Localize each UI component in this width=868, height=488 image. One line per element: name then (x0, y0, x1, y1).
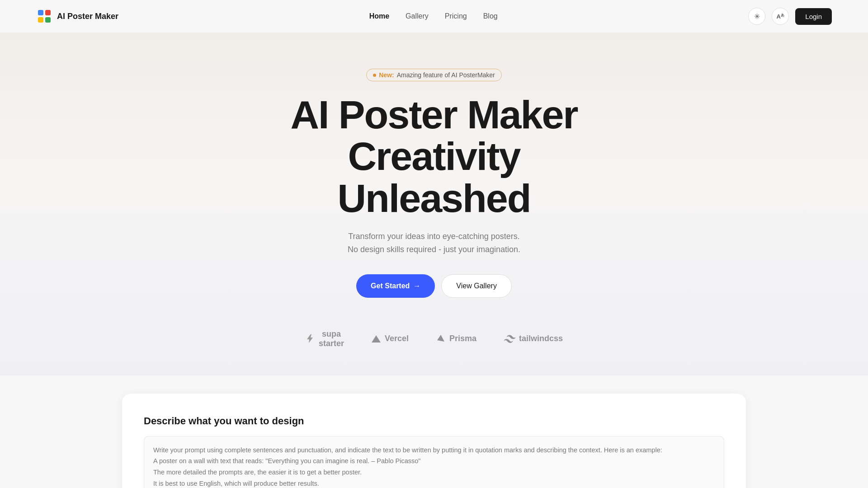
badge-dot (373, 74, 376, 77)
translate-icon: Aあ (777, 13, 784, 20)
nav-home[interactable]: Home (369, 12, 389, 20)
navbar: AI Poster Maker Home Gallery Pricing Blo… (0, 0, 868, 33)
hero-subtitle: Transform your ideas into eye-catching p… (18, 230, 850, 256)
nav-blog[interactable]: Blog (483, 12, 498, 20)
svg-rect-2 (38, 17, 43, 23)
design-section-title: Describe what you want to design (144, 415, 724, 427)
prisma-logo: Prisma (436, 334, 476, 344)
badge-text: Amazing feature of AI PosterMaker (397, 71, 495, 79)
new-feature-badge: New: Amazing feature of AI PosterMaker (366, 69, 502, 81)
cta-buttons: Get Started → View Gallery (18, 274, 850, 298)
login-button[interactable]: Login (795, 8, 832, 25)
nav-pricing[interactable]: Pricing (445, 12, 467, 20)
svg-rect-1 (45, 10, 51, 15)
prisma-icon (436, 334, 446, 344)
sun-icon: ✳ (754, 12, 760, 21)
nav-gallery[interactable]: Gallery (406, 12, 429, 20)
design-prompt-textarea[interactable] (144, 436, 724, 488)
svg-rect-0 (38, 10, 43, 15)
view-gallery-button[interactable]: View Gallery (441, 274, 512, 298)
brand-logos: supastarter Vercel Prisma tailwindcss (18, 329, 850, 348)
tailwindcss-logo: tailwindcss (504, 334, 563, 344)
hero-section: New: Amazing feature of AI PosterMaker A… (0, 33, 868, 375)
badge-new-label: New: (379, 71, 394, 79)
get-started-button[interactable]: Get Started → (356, 274, 435, 298)
supastarter-label: supastarter (319, 329, 344, 348)
arrow-right-icon: → (413, 282, 420, 290)
vercel-icon (371, 334, 381, 344)
hero-title: AI Poster Maker Creativity Unleashed (18, 94, 850, 219)
supastarter-logo: supastarter (305, 329, 344, 348)
translate-button[interactable]: Aあ (772, 8, 789, 25)
nav-links: Home Gallery Pricing Blog (369, 12, 498, 20)
svg-rect-3 (45, 17, 51, 23)
logo: AI Poster Maker (36, 8, 118, 24)
theme-toggle-button[interactable]: ✳ (748, 8, 765, 25)
logo-icon (36, 8, 52, 24)
vercel-label: Vercel (385, 334, 409, 343)
svg-marker-4 (372, 335, 381, 343)
logo-text: AI Poster Maker (57, 12, 118, 21)
nav-right: ✳ Aあ Login (748, 8, 832, 25)
vercel-logo: Vercel (371, 334, 409, 344)
design-section: Describe what you want to design (122, 394, 746, 488)
tailwind-label: tailwindcss (519, 334, 563, 343)
prisma-label: Prisma (449, 334, 476, 343)
supastarter-icon (305, 334, 315, 344)
tailwind-icon (504, 334, 515, 344)
